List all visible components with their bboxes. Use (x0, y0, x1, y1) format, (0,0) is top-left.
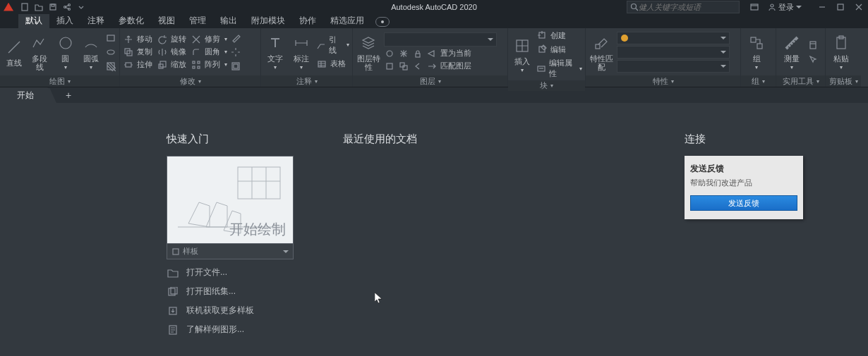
tab-default[interactable]: 默认 (18, 13, 49, 28)
svg-rect-21 (193, 66, 195, 68)
layer-freeze-button[interactable] (398, 48, 409, 59)
tab-addins[interactable]: 附加模块 (244, 13, 292, 28)
start-drawing-tile[interactable]: 开始绘制 (167, 156, 294, 244)
close-button[interactable] (850, 0, 868, 14)
text-button[interactable]: 文字▾ (264, 33, 287, 70)
layer-lock-button[interactable] (412, 48, 423, 59)
move-button[interactable]: 移动 (123, 34, 152, 45)
layer-off-button[interactable] (384, 48, 395, 59)
tab-insert[interactable]: 插入 (49, 13, 80, 28)
panel-title-modify[interactable]: 修改▾ (120, 75, 260, 87)
calculator-button[interactable] (807, 39, 819, 51)
save-icon[interactable] (47, 1, 59, 13)
polyline-button[interactable]: 多段线 (28, 33, 51, 71)
panel-draw: 直线 多段线 圆▾ 圆弧▾ 绘图▾ (0, 28, 120, 87)
quickstart-heading: 快速入门 (167, 133, 301, 146)
minimize-button[interactable] (813, 0, 831, 14)
mirror-button[interactable]: 镜像 (157, 47, 186, 58)
block-editattr-button[interactable]: 编辑属性▾ (536, 58, 582, 79)
erase-button[interactable] (230, 32, 241, 44)
page-icon (167, 324, 179, 336)
explode-button[interactable] (230, 47, 241, 58)
stretch-button[interactable]: 拉伸 (123, 59, 152, 70)
tab-manage[interactable]: 管理 (182, 13, 213, 28)
search-box[interactable] (627, 1, 740, 13)
panel-title-clipboard[interactable]: 剪贴板▾ (826, 75, 861, 87)
offset-button[interactable] (230, 61, 241, 72)
circle-button[interactable]: 圆▾ (54, 33, 77, 70)
new-icon[interactable] (18, 1, 31, 13)
set-current-button[interactable]: 置为当前 (426, 48, 471, 59)
copy-button[interactable]: 复制 (123, 47, 152, 58)
panel-title-block[interactable]: 块▾ (508, 80, 585, 91)
panel-title-draw[interactable]: 绘图▾ (0, 75, 119, 87)
group-button[interactable]: 组▾ (744, 33, 769, 70)
qat-dropdown-icon[interactable] (75, 1, 88, 13)
tab-output[interactable]: 输出 (213, 13, 244, 28)
tab-collaborate[interactable]: 协作 (292, 13, 323, 28)
tab-featured[interactable]: 精选应用 (323, 13, 371, 28)
svg-rect-9 (838, 4, 843, 10)
doc-tab-start[interactable]: 开始 (0, 87, 51, 103)
layer-combo[interactable] (384, 32, 497, 47)
hatch-button[interactable] (105, 61, 116, 72)
trim-button[interactable]: 修剪▾ (191, 34, 227, 45)
new-tab-button[interactable]: + (61, 87, 76, 103)
fillet-button[interactable]: 圆角▾ (191, 47, 227, 58)
send-feedback-button[interactable]: 发送反馈 (690, 195, 797, 211)
line-button[interactable]: 直线 (3, 37, 25, 67)
match-properties-button[interactable]: 特性匹配 (589, 33, 614, 71)
sample-drawings-link[interactable]: 了解样例图形... (167, 324, 301, 336)
svg-point-36 (621, 35, 628, 42)
measure-button[interactable]: 测量▾ (779, 33, 804, 70)
table-button[interactable]: 表格 (316, 59, 349, 70)
infocenter-icon[interactable] (745, 0, 764, 14)
expand-pill-icon[interactable] (375, 17, 390, 27)
open-icon[interactable] (32, 1, 45, 13)
insert-button[interactable]: 插入▾ (511, 36, 534, 73)
online-templates-link[interactable]: 联机获取更多样板 (167, 305, 301, 317)
svg-rect-27 (416, 54, 420, 57)
layer-prev-button[interactable] (412, 61, 423, 72)
app-logo[interactable] (3, 1, 16, 13)
maximize-button[interactable] (831, 0, 850, 14)
ribbon-tabs: 默认 插入 注释 参数化 视图 管理 输出 附加模块 协作 精选应用 (0, 14, 868, 28)
panel-title-layer[interactable]: 图层▾ (353, 75, 507, 87)
login-button[interactable]: 登录 (764, 0, 806, 14)
arc-button[interactable]: 圆弧▾ (80, 33, 102, 70)
panel-title-utilities[interactable]: 实用工具▾ (776, 75, 825, 87)
dimension-button[interactable]: 标注▾ (290, 33, 313, 70)
layer-iso-button[interactable] (384, 61, 395, 72)
tab-annotate[interactable]: 注释 (80, 13, 111, 28)
svg-rect-17 (159, 64, 163, 68)
match-layer-button[interactable]: 匹配图层 (426, 61, 471, 72)
template-dropdown[interactable]: 样板 (167, 244, 294, 259)
scale-button[interactable]: 缩放 (157, 59, 186, 70)
search-icon (630, 3, 639, 11)
panel-title-group[interactable]: 组▾ (741, 75, 776, 87)
leader-button[interactable]: 引线▾ (316, 35, 349, 56)
color-combo[interactable] (617, 32, 730, 44)
block-edit-button[interactable]: 编辑 (536, 44, 582, 55)
rotate-button[interactable]: 旋转 (157, 34, 186, 45)
lineweight-combo[interactable] (617, 46, 730, 59)
search-input[interactable] (639, 3, 736, 11)
tab-parametric[interactable]: 参数化 (111, 13, 151, 28)
array-button[interactable]: 阵列▾ (191, 59, 227, 70)
open-sheetset-link[interactable]: 打开图纸集... (167, 286, 301, 297)
panel-title-annotate[interactable]: 注释▾ (261, 75, 352, 87)
layer-uniso-button[interactable] (398, 61, 409, 72)
share-icon[interactable] (61, 1, 73, 13)
layer-properties-button[interactable]: 图层特性 (356, 33, 381, 71)
open-file-link[interactable]: 打开文件... (167, 266, 301, 278)
linetype-combo[interactable] (617, 60, 730, 73)
paste-button[interactable]: 粘贴▾ (828, 33, 854, 70)
tab-view[interactable]: 视图 (151, 13, 182, 28)
ellipse-button[interactable] (105, 47, 116, 58)
panel-title-properties[interactable]: 特性▾ (586, 75, 740, 87)
download-icon (167, 305, 179, 317)
rectangle-button[interactable] (105, 32, 116, 44)
block-create-button[interactable]: 创建 (536, 30, 582, 41)
svg-rect-16 (126, 63, 131, 67)
select-button[interactable] (807, 54, 819, 65)
